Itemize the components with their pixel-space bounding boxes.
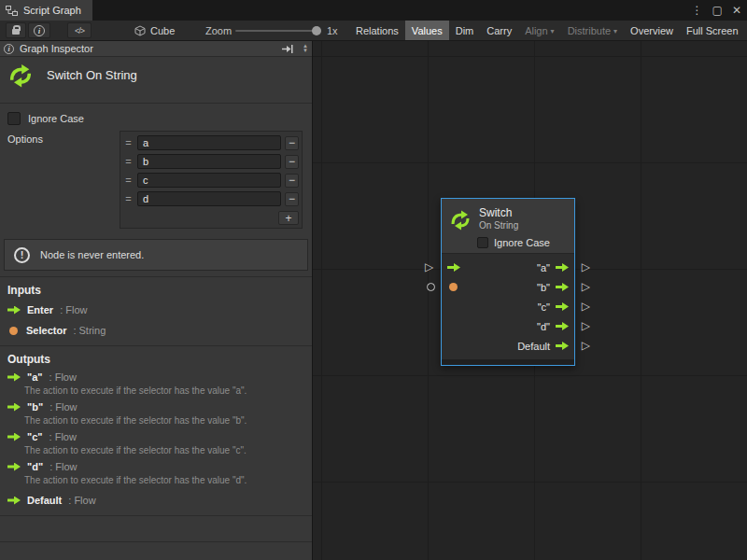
output-port-a[interactable] [556, 263, 569, 272]
options-list: = − = − = − = − + [120, 131, 303, 229]
tab-label: Script Graph [23, 5, 81, 16]
fullscreen-button[interactable]: Full Screen [680, 21, 745, 40]
node-ignore-case-label: Ignore Case [494, 237, 550, 248]
remove-option-button[interactable]: − [285, 174, 299, 188]
drag-handle-icon[interactable]: = [123, 137, 134, 148]
output-port-default[interactable] [556, 342, 569, 350]
port-row: "b" [442, 277, 574, 297]
output-default-connection-point[interactable]: ▷ [582, 340, 590, 351]
option-row: = − [122, 133, 300, 152]
lock-icon[interactable] [6, 22, 26, 38]
output-port-d[interactable] [556, 322, 569, 330]
carry-button[interactable]: Carry [480, 21, 518, 40]
output-port-c[interactable] [556, 302, 569, 311]
maximize-icon[interactable]: ▢ [712, 4, 723, 17]
graph-inspector-panel: i Graph Inspector ▲ ▼ Switch On String I… [0, 41, 313, 560]
flow-port-icon [7, 373, 21, 382]
overview-button[interactable]: Overview [624, 21, 680, 40]
relations-button[interactable]: Relations [349, 21, 405, 40]
remove-option-button[interactable]: − [285, 155, 299, 169]
port-label: "a" [537, 262, 550, 273]
divider [0, 345, 312, 346]
flow-port-icon [7, 497, 21, 505]
input-selector-row: Selector : String [7, 325, 106, 336]
node-header: Switch On String Ignore Case [442, 199, 574, 253]
window-menu-icon[interactable]: ⋮ [692, 4, 703, 17]
node-inspector-title: Switch On String [7, 62, 137, 88]
window-controls: ⋮ ▢ ✕ [692, 0, 741, 21]
output-c-connection-point[interactable]: ▷ [582, 301, 590, 312]
add-option-button[interactable]: + [278, 211, 299, 225]
ignore-case-label: Ignore Case [28, 113, 84, 124]
output-a-description: The action to execute if the selector ha… [24, 385, 247, 396]
warning-text: Node is never entered. [40, 249, 144, 260]
script-graph-icon [6, 6, 18, 16]
output-d-row: "d" : Flow [7, 461, 78, 472]
align-button[interactable]: Align ▾ [518, 21, 560, 40]
output-b-row: "b" : Flow [7, 401, 78, 413]
dim-button[interactable]: Dim [449, 21, 481, 40]
port-label: "b" [537, 282, 550, 293]
zoom-label: Zoom [205, 25, 232, 36]
string-port-icon [9, 327, 18, 335]
selector-connection-point[interactable] [427, 283, 435, 291]
option-row: = − [122, 152, 300, 171]
zoom-value: 1x [327, 25, 338, 36]
divider [0, 541, 312, 542]
ignore-case-row: Ignore Case [7, 112, 84, 125]
info-icon: i [4, 44, 14, 54]
graph-canvas[interactable]: Switch On String Ignore Case "a" "b" [313, 41, 747, 560]
node-title: Switch [479, 207, 518, 219]
remove-option-button[interactable]: − [285, 136, 299, 150]
window-tab-bar: Script Graph ⋮ ▢ ✕ [0, 0, 747, 21]
switch-icon [7, 62, 34, 88]
scroll-down-icon[interactable]: ▼ [303, 49, 308, 53]
node-footer [442, 359, 574, 365]
outputs-heading: Outputs [7, 353, 50, 366]
drag-handle-icon[interactable]: = [123, 156, 134, 167]
page-title: Switch On String [47, 68, 137, 82]
node-subtitle: On String [479, 219, 518, 231]
dock-arrow-icon[interactable] [281, 44, 293, 54]
option-input-2[interactable] [137, 173, 281, 188]
output-d-description: The action to execute if the selector ha… [24, 475, 247, 485]
graph-owner-button[interactable]: Cube [129, 22, 180, 38]
graph-owner-label: Cube [150, 25, 175, 36]
option-input-1[interactable] [137, 154, 281, 169]
close-icon[interactable]: ✕ [732, 4, 741, 17]
option-input-3[interactable] [137, 191, 281, 206]
port-label: "c" [538, 301, 550, 313]
output-b-connection-point[interactable]: ▷ [582, 281, 590, 292]
enter-connection-point[interactable]: ▷ [425, 261, 433, 273]
output-d-connection-point[interactable]: ▷ [582, 320, 590, 331]
scroll-arrows[interactable]: ▲ ▼ [303, 44, 308, 53]
output-port-b[interactable] [556, 283, 569, 291]
zoom-slider[interactable] [235, 30, 319, 32]
cube-icon [134, 25, 146, 36]
graph-toolbar: i </> Cube Zoom 1x Relations Values Dim … [0, 21, 747, 41]
node-ignore-case-checkbox[interactable] [477, 237, 488, 248]
option-input-0[interactable] [137, 135, 281, 150]
code-icon[interactable]: </> [67, 22, 92, 38]
selector-input-port[interactable] [449, 283, 458, 291]
node-ports: "a" "b" "c" "d" Default [442, 253, 574, 359]
remove-option-button[interactable]: − [285, 192, 299, 206]
port-row: "a" [442, 258, 574, 277]
output-a-connection-point[interactable]: ▷ [582, 261, 590, 273]
tab-script-graph[interactable]: Script Graph [0, 0, 92, 21]
zoom-slider-knob[interactable] [312, 26, 321, 35]
distribute-button[interactable]: Distribute ▾ [561, 21, 624, 40]
switch-on-string-node[interactable]: Switch On String Ignore Case "a" "b" [441, 198, 575, 366]
drag-handle-icon[interactable]: = [123, 175, 134, 186]
inspector-header: i Graph Inspector ▲ ▼ [0, 41, 312, 57]
enter-input-port[interactable] [447, 263, 460, 272]
port-row: "d" [442, 316, 574, 336]
values-button[interactable]: Values [405, 21, 449, 40]
ignore-case-checkbox[interactable] [7, 112, 21, 125]
info-toggle-icon[interactable]: i [28, 22, 50, 38]
toolbar-buttons: Relations Values Dim Carry Align ▾ Distr… [349, 21, 745, 40]
warning-box: ! Node is never entered. [4, 239, 308, 271]
port-label: "d" [537, 321, 550, 332]
port-label: Default [517, 341, 550, 352]
drag-handle-icon[interactable]: = [123, 193, 134, 204]
